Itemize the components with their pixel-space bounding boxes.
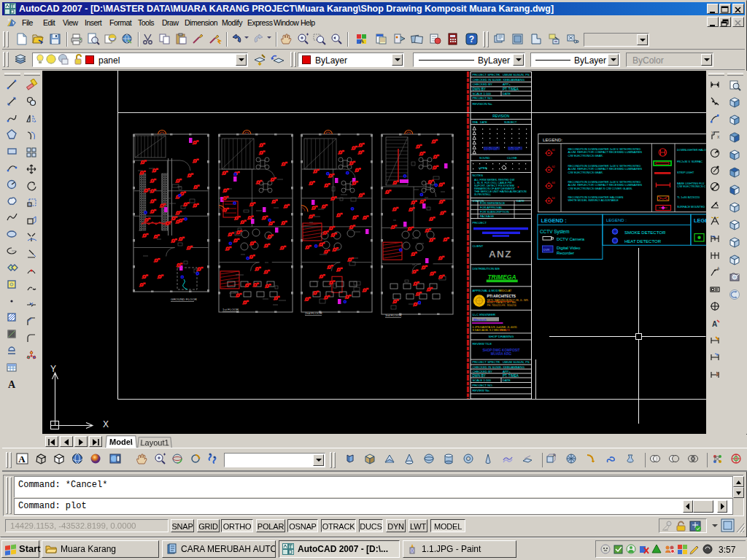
svg-text:HEAT DETECTOR: HEAT DETECTOR: [624, 239, 662, 244]
svg-text:Digital Video: Digital Video: [557, 246, 580, 250]
svg-text:C/W ELECTRONICS C: C/W ELECTRONICS C: [677, 185, 705, 188]
svg-text:FN 2x36 V. SURFAC: FN 2x36 V. SURFAC: [677, 160, 703, 163]
svg-text:WHITE MODEL SWIVELY ADJUSTABLE: WHITE MODEL SWIVELY ADJUSTABLE: [568, 199, 619, 202]
svg-text:REVIEW No.: REVIEW No.: [473, 389, 490, 392]
svg-text:REVISION No.: REVISION No.: [473, 102, 493, 106]
svg-text:X: X: [717, 135, 720, 139]
svg-text:A: A: [18, 454, 26, 464]
svg-text:BASE LIGHTING FLU: BASE LIGHTING FLU: [677, 182, 705, 185]
svg-text:TL 1x36 BZ23/220: TL 1x36 BZ23/220: [677, 196, 700, 199]
svg-text:DATE: DATE: [503, 92, 511, 96]
svg-text:2nd FLOOR: 2nd FLOOR: [305, 311, 322, 315]
svg-text:U+C ENGINEER: U+C ENGINEER: [473, 313, 496, 316]
svg-text:REVIEW TILE: REVIEW TILE: [473, 342, 492, 346]
svg-text:DATE: DATE: [516, 199, 525, 203]
svg-text:X: X: [103, 419, 109, 429]
svg-text:SHOP DRAWING: SHOP DRAWING: [488, 335, 514, 338]
svg-text:DWN BY: DWN BY: [473, 88, 486, 91]
svg-text:IS PEVSTELL: IS PEVSTELL: [474, 193, 491, 196]
svg-text:SCALE 1:100: SCALE 1:100: [473, 92, 492, 96]
svg-text:ANZ: ANZ: [489, 249, 512, 260]
svg-text:DATE: DATE: [480, 121, 487, 124]
svg-text:SURFACE MOUNTED: SURFACE MOUNTED: [677, 206, 705, 209]
svg-text:Mectech: Mectech: [473, 318, 487, 322]
svg-text:PTI ARCHITECTS: PTI ARCHITECTS: [487, 295, 516, 298]
svg-text:C/W ELECTRONICS GEAR.: C/W ELECTRONICS GEAR.: [568, 171, 603, 174]
svg-text:1st FLOOR: 1st FLOOR: [222, 308, 239, 311]
svg-text:TRIMEGA: TRIMEGA: [487, 273, 516, 281]
svg-text:LEGEND :: LEGEND :: [606, 218, 627, 222]
svg-text:CHECKED IN SUSIE: KEBUAMBANG: CHECKED IN SUSIE: KEBUAMBANG: [473, 78, 525, 82]
svg-text:FOR SUBSCRIPTION: FOR SUBSCRIPTION: [480, 210, 509, 214]
svg-text:REVISION: REVISION: [492, 114, 509, 118]
svg-text:CLIENT: CLIENT: [473, 244, 484, 248]
svg-text:MIDCLAT: MIDCLAT: [499, 289, 512, 292]
svg-text:A: A: [717, 266, 720, 271]
svg-text:NOTES: NOTES: [473, 174, 484, 177]
svg-text:GROUND FLOOR: GROUND FLOOR: [171, 298, 197, 301]
svg-text:FOR REFERENCE: FOR REFERENCE: [480, 201, 506, 205]
svg-text:STRIP LIGHT: STRIP LIGHT: [677, 171, 694, 174]
svg-text:DISTRIBUTION B/E: DISTRIBUTION B/E: [473, 267, 500, 271]
svg-text:A: A: [8, 379, 16, 390]
svg-text:DCTV Camera: DCTV Camera: [557, 237, 585, 241]
svg-text:A: A: [360, 38, 364, 44]
svg-text:CHECKED IN SUSIE: KEBUAMBANG: CHECKED IN SUSIE: KEBUAMBANG: [473, 365, 525, 369]
svg-text:RFA: RFA: [473, 121, 479, 124]
svg-text:3rd FLOOR: 3rd FLOOR: [385, 314, 402, 317]
svg-text:Y: Y: [711, 131, 714, 135]
svg-text:UMUM SUSUN, PS: UMUM SUSUN, PS: [503, 360, 530, 364]
svg-text:DVR: DVR: [543, 248, 550, 252]
svg-text:FOR APPROVAL: FOR APPROVAL: [480, 206, 503, 209]
svg-text:APP+: APP+: [503, 82, 511, 86]
svg-text:C/W ELECTRONICS GEAR S C/W COV: C/W ELECTRONICS GEAR S C/W COVER GLASS.: [568, 187, 633, 190]
svg-text:S4: S4: [552, 197, 555, 200]
svg-text:CCTV System: CCTV System: [540, 229, 569, 235]
svg-text:MUARA KRG: MUARA KRG: [491, 352, 512, 356]
svg-text:C/W ELECTRONICS GEAR.: C/W ELECTRONICS GEAR.: [568, 155, 603, 158]
svg-text:AL 40/31: AL 40/31: [500, 329, 510, 332]
svg-text:Recorder: Recorder: [557, 251, 574, 255]
svg-text:?: ?: [469, 34, 474, 44]
svg-text:APPROVAL & MODY/: APPROVAL & MODY/: [473, 289, 502, 292]
svg-text:LEGE: LEGE: [694, 217, 706, 224]
svg-text:PROJECT SPECTR.: PROJECT SPECTR.: [473, 360, 501, 364]
svg-text:SCALE 1:100: SCALE 1:100: [473, 378, 492, 382]
svg-text:Y: Y: [50, 364, 56, 374]
svg-text:SOUND: SOUND: [479, 156, 490, 160]
svg-text:SMOKE DETECTOR: SMOKE DETECTOR: [624, 230, 666, 235]
svg-text:DOWNLIGHTER HALO: DOWNLIGHTER HALO: [677, 149, 706, 152]
svg-text:S3: S3: [552, 182, 555, 184]
svg-text:PROJECT NO.: PROJECT NO.: [473, 96, 493, 100]
svg-text:A: A: [712, 320, 717, 328]
svg-text:PACKAGE: PACKAGE: [480, 214, 494, 218]
svg-text:DATE: DATE: [503, 378, 511, 382]
svg-text:PROJECT NO.: PROJECT NO.: [473, 384, 493, 387]
svg-text:SUBJECT: SUBJECT: [504, 121, 517, 124]
svg-text:PT. TIMEA: PT. TIMEA: [503, 88, 519, 91]
svg-text:PH. 7650215 FX. 7650216: PH. 7650215 FX. 7650216: [487, 304, 516, 307]
svg-text:LEGEND:: LEGEND:: [543, 137, 562, 142]
svg-text:LEGEND :: LEGEND :: [541, 217, 567, 224]
svg-text:OPER.: OPER.: [479, 166, 488, 170]
svg-text:PROJECT SPECTR.: PROJECT SPECTR.: [473, 73, 501, 77]
svg-text:CLOSE: CLOSE: [507, 156, 517, 160]
svg-text:UMUM SUSUN, PS: UMUM SUSUN, PS: [503, 73, 530, 77]
svg-text:CHECKED BY: CHECKED BY: [473, 82, 492, 86]
svg-text:S2: S2: [552, 166, 555, 168]
svg-text:PROJECT: PROJECT: [473, 221, 487, 225]
svg-text:S1: S1: [552, 149, 555, 152]
